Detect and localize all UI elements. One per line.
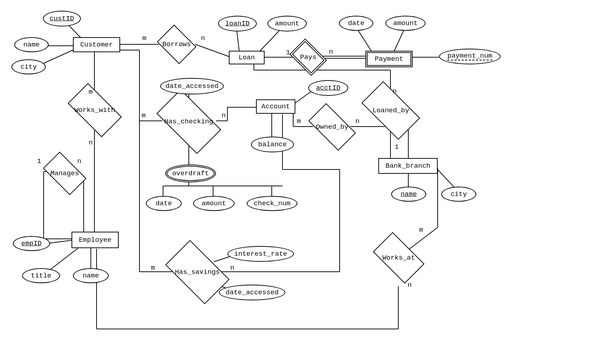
- attr-label: date: [348, 19, 364, 27]
- entity-account: Account: [256, 99, 295, 114]
- attr-emp-title: title: [22, 268, 60, 283]
- attr-label: amount: [202, 200, 226, 207]
- attr-cust-name: name: [14, 37, 49, 52]
- entity-employee: Employee: [72, 232, 119, 248]
- card-borrows-loan: n: [201, 34, 205, 42]
- entity-label: Payment: [375, 55, 403, 63]
- card-loan-loaned: n: [393, 87, 397, 95]
- rel-has-savings: Has_savings: [169, 255, 225, 290]
- attr-label: city: [451, 190, 467, 198]
- attr-od-amount: amount: [193, 196, 235, 211]
- card-pays-payment: n: [329, 48, 333, 56]
- attr-label: date_accessed: [226, 289, 279, 296]
- attr-label: title: [31, 272, 51, 280]
- rel-label: Loaned_by: [373, 107, 409, 114]
- entity-loan: Loan: [229, 51, 265, 64]
- card-loaned-branch: 1: [395, 143, 399, 151]
- attr-emp-name: name: [73, 268, 109, 283]
- card-manages-sup: 1: [37, 157, 41, 165]
- card-cust-works-with: m: [89, 88, 93, 96]
- attr-cust-city: city: [11, 59, 46, 74]
- attr-checking-date: date_accessed: [160, 78, 224, 94]
- attr-branch-name: name: [391, 187, 426, 202]
- entity-bank-branch: Bank_branch: [378, 158, 438, 174]
- rel-label: Works_at: [382, 254, 415, 262]
- card-acct-owned: m: [297, 117, 301, 125]
- attr-label: name: [400, 190, 417, 198]
- attr-label: loanID: [225, 20, 250, 28]
- attr-payment-num: payment_num: [439, 49, 501, 64]
- entity-label: Loan: [238, 54, 255, 62]
- attr-custid: custID: [43, 11, 81, 26]
- attr-savings-date: date_accessed: [219, 285, 285, 300]
- entity-label: Account: [261, 103, 290, 110]
- card-manages-sub: n: [77, 157, 81, 165]
- attr-label: empID: [21, 240, 41, 247]
- attr-label: balance: [258, 141, 287, 148]
- entity-label: Bank_branch: [385, 162, 430, 170]
- rel-borrows: Borrows: [161, 32, 192, 56]
- rel-label: Has_checking: [164, 118, 213, 126]
- rel-has-checking: Has_checking: [160, 104, 217, 139]
- attr-label: custID: [50, 15, 74, 23]
- rel-works-with: Works_with: [71, 96, 119, 124]
- attr-label: date: [156, 200, 172, 207]
- attr-label: city: [20, 63, 37, 71]
- svg-line-29: [293, 92, 311, 104]
- attr-label: acctID: [316, 84, 340, 92]
- card-savings-acct: n: [230, 264, 234, 272]
- rel-label: Pays: [300, 53, 316, 61]
- rel-label: Works_with: [74, 106, 115, 114]
- card-works-with-emp: n: [89, 139, 93, 147]
- attr-pay-amount: amount: [385, 16, 425, 31]
- attr-label: check_num: [254, 200, 291, 207]
- attr-balance: balance: [251, 137, 294, 152]
- card-works-at-branch: m: [419, 226, 423, 234]
- attr-label: payment_num: [447, 53, 492, 60]
- card-loan-pays: 1: [286, 49, 290, 56]
- attr-loanid: loanID: [218, 16, 257, 31]
- attr-loan-amount: amount: [267, 16, 307, 31]
- rel-label: Has_savings: [175, 268, 220, 276]
- attr-label: amount: [275, 20, 299, 28]
- attr-label: interest_rate: [234, 250, 287, 258]
- card-cust-checking: m: [142, 112, 146, 119]
- entity-label: Customer: [80, 41, 113, 49]
- attr-acctid: acctID: [308, 80, 348, 96]
- rel-label: Borrows: [162, 40, 191, 48]
- entity-label: Employee: [79, 236, 111, 244]
- attr-empid: empID: [13, 236, 50, 251]
- er-diagram-canvas: Customer Loan Payment Account Bank_branc…: [0, 0, 615, 364]
- rel-pays: Pays: [295, 48, 322, 67]
- attr-savings-interest: interest_rate: [227, 246, 294, 262]
- rel-works-at: Works_at: [376, 244, 421, 272]
- card-works-at-emp: n: [408, 281, 412, 289]
- card-owned-branch: n: [355, 117, 359, 125]
- attr-label: overdraft: [172, 169, 209, 177]
- card-cust-borrows: m: [142, 34, 146, 42]
- attr-label: name: [23, 41, 40, 49]
- rel-loaned-by: Loaned_by: [365, 95, 417, 126]
- attr-overdraft: overdraft: [167, 166, 215, 181]
- attr-branch-city: city: [441, 187, 476, 202]
- attr-od-checknum: check_num: [247, 196, 297, 211]
- attr-pay-date: date: [339, 16, 373, 31]
- attr-label: name: [83, 272, 99, 280]
- svg-line-4: [195, 44, 229, 56]
- rel-label: Manages: [50, 169, 79, 177]
- attr-label: date_accessed: [166, 82, 218, 90]
- card-cust-savings: m: [151, 264, 155, 272]
- entity-payment: Payment: [367, 52, 411, 66]
- attr-od-date: date: [146, 196, 182, 211]
- rel-owned-by: Owned_by: [311, 114, 353, 139]
- card-checking-acct: n: [222, 112, 226, 119]
- attr-label: amount: [393, 19, 418, 27]
- entity-customer: Customer: [73, 37, 120, 52]
- rel-label: Owned_by: [316, 123, 348, 131]
